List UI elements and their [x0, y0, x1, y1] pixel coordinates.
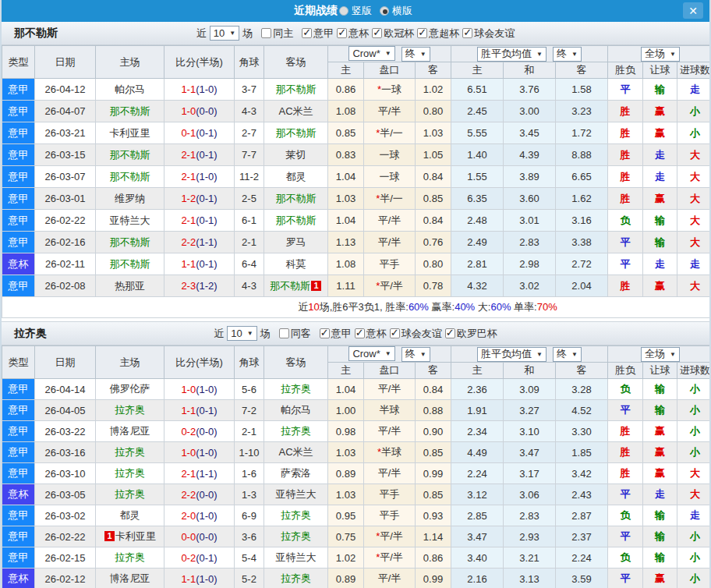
- mean-stage-select[interactable]: 终▼: [553, 47, 582, 62]
- away-team-name: AC米兰: [278, 105, 313, 117]
- match-row: 意甲26-03-16拉齐奥1-0(1-0)1-10AC米兰1.03*半球0.85…: [2, 442, 711, 463]
- home-team-name: 那不勒斯: [110, 171, 150, 182]
- match-score: 1-0(0-0): [164, 101, 235, 122]
- match-count-select[interactable]: 10▼: [210, 26, 239, 41]
- odds-away: 0.99: [416, 569, 451, 588]
- away-team-name: 那不勒斯: [276, 83, 317, 95]
- odds-handicap: *半/一: [364, 188, 416, 210]
- away-team: 帕尔马: [264, 400, 328, 421]
- odds-value: 平手: [380, 258, 400, 270]
- home-team: 拉齐奥: [96, 400, 164, 421]
- league-checkbox-0[interactable]: [302, 28, 312, 38]
- match-date: 26-02-08: [35, 275, 96, 297]
- halftime-score: (0-1): [196, 149, 217, 161]
- mean-type-select[interactable]: 胜平负均值▼: [477, 47, 547, 62]
- bookmaker-select[interactable]: Crow*▼: [348, 346, 394, 361]
- vertical-mode-label[interactable]: 竖版: [352, 4, 372, 18]
- odds-value: 1.08: [336, 105, 356, 117]
- league-badge: 意甲: [2, 442, 35, 463]
- horizontal-mode-label[interactable]: 横版: [392, 4, 412, 18]
- away-team: 那不勒斯: [264, 188, 328, 210]
- odds-handicap: 平手: [364, 505, 416, 526]
- odds-value: 0.75: [336, 531, 356, 543]
- home-team: 博洛尼亚: [96, 421, 164, 442]
- odds-home: 0.75: [328, 526, 364, 547]
- mean-draw: 3.09: [504, 379, 556, 400]
- fulltime-score: 1-2: [181, 193, 196, 204]
- period-select[interactable]: 全场▼: [641, 347, 680, 362]
- mean-type-select[interactable]: 胜平负均值▼: [477, 347, 547, 362]
- halftime-score: (1-0): [196, 447, 217, 459]
- home-team: 拉齐奥: [96, 463, 164, 484]
- away-team: 拉齐奥: [264, 379, 328, 400]
- match-date: 26-02-22: [35, 210, 96, 232]
- home-team-name: 卡利亚里: [110, 127, 150, 139]
- away-team: 莱切: [264, 144, 328, 166]
- corner-score: 1-6: [235, 463, 264, 484]
- league-checkbox-2[interactable]: [372, 28, 382, 38]
- mean-draw: 3.89: [504, 166, 556, 188]
- halftime-score: (0-1): [196, 552, 217, 564]
- odds-home: 0.83: [328, 144, 364, 166]
- match-count-select[interactable]: 10▼: [227, 326, 256, 341]
- league-checkbox-1[interactable]: [355, 328, 365, 338]
- result-handicap: 输: [643, 526, 677, 547]
- bookmaker-select[interactable]: Crow*▼: [348, 46, 394, 61]
- league-checkbox-4[interactable]: [462, 28, 472, 38]
- odds-home: 1.04: [328, 379, 364, 400]
- column-header: 客场: [264, 346, 328, 379]
- result-handicap: 赢: [643, 122, 677, 144]
- match-score: 0-1(0-1): [164, 122, 235, 144]
- match-date: 26-02-11: [35, 253, 96, 275]
- odds-value: 1.03: [336, 447, 356, 459]
- odds-stage-select[interactable]: 终▼: [401, 347, 430, 362]
- away-team-name: AC米兰: [278, 446, 313, 458]
- same-venue-checkbox[interactable]: [279, 328, 289, 338]
- vertical-mode-radio[interactable]: [339, 6, 348, 16]
- home-team-name: 帕尔马: [115, 83, 145, 95]
- league-checkbox-3[interactable]: [417, 28, 427, 38]
- odds-home: 0.86: [328, 79, 364, 101]
- mean-away: 3.16: [556, 210, 608, 232]
- result-wdl: 胜: [608, 122, 643, 144]
- match-score: 1-1(0-1): [164, 400, 235, 421]
- mean-stage-select[interactable]: 终▼: [553, 347, 582, 362]
- odds-handicap: 一球: [364, 144, 416, 166]
- corner-score: 7-2: [235, 400, 264, 421]
- odds-stage-select[interactable]: 终▼: [401, 47, 430, 62]
- mean-away: 2.24: [556, 547, 608, 569]
- odds-value: 1.04: [336, 171, 356, 182]
- corner-score: 1-10: [235, 442, 264, 463]
- result-wdl: 负: [608, 379, 643, 400]
- halftime-score: (1-0): [196, 573, 217, 585]
- away-team: 那不勒斯: [264, 79, 328, 101]
- away-team-name: 那不勒斯: [276, 193, 317, 204]
- league-checkbox-label: 意杯: [366, 327, 387, 341]
- league-badge: 意甲: [2, 79, 35, 101]
- league-checkbox-2[interactable]: [390, 328, 400, 338]
- close-icon[interactable]: ✕: [683, 2, 703, 19]
- mean-home: 2.34: [451, 421, 504, 442]
- odds-value: 半球: [381, 446, 401, 458]
- period-select[interactable]: 全场▼: [641, 47, 680, 62]
- summary-segment: 场,胜6平3负1, 胜率:: [320, 301, 409, 313]
- fulltime-score: 2-1: [181, 149, 196, 161]
- odds-value: 平/半: [378, 383, 401, 395]
- horizontal-mode-radio[interactable]: [380, 6, 389, 16]
- league-checkbox-1[interactable]: [337, 28, 347, 38]
- mean-home: 3.12: [451, 484, 504, 505]
- same-venue-checkbox[interactable]: [261, 28, 271, 38]
- home-team: 那不勒斯: [96, 101, 164, 122]
- mean-home: 4.32: [451, 275, 504, 297]
- sub-column-header: 让球: [643, 363, 677, 379]
- result-wdl: 平: [608, 484, 643, 505]
- odds-value: 平/半: [380, 280, 403, 292]
- odds-away: 0.99: [416, 463, 451, 484]
- away-team: 拉齐奥: [264, 526, 328, 547]
- halftime-score: (0-1): [196, 214, 217, 226]
- league-checkbox-3[interactable]: [445, 328, 455, 338]
- league-checkbox-0[interactable]: [320, 328, 330, 338]
- mean-away: 1.72: [556, 122, 608, 144]
- sub-column-header: 让球: [643, 62, 677, 79]
- home-team: 1卡利亚里: [96, 526, 164, 547]
